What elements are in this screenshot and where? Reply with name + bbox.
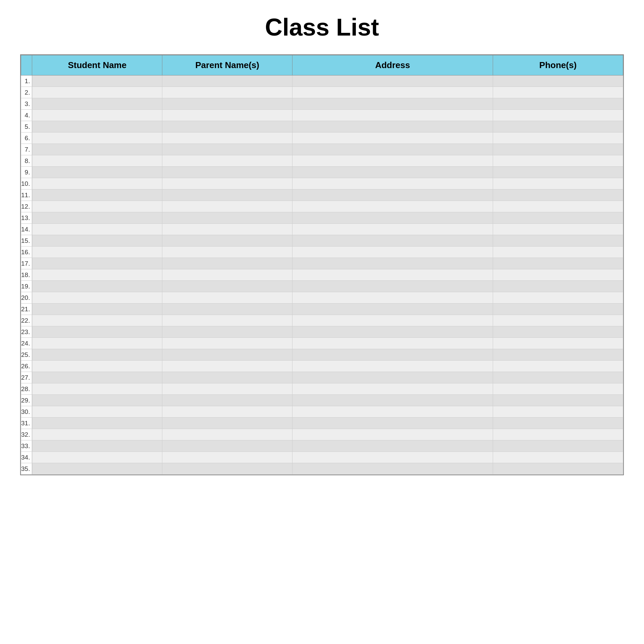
cell-student-name[interactable] [32, 178, 162, 190]
cell-phone[interactable] [493, 144, 623, 155]
cell-parent-name[interactable] [162, 212, 292, 224]
cell-parent-name[interactable] [162, 190, 292, 201]
cell-student-name[interactable] [32, 269, 162, 281]
cell-student-name[interactable] [32, 361, 162, 372]
cell-phone[interactable] [493, 406, 623, 418]
cell-student-name[interactable] [32, 304, 162, 315]
cell-student-name[interactable] [32, 121, 162, 132]
cell-phone[interactable] [493, 235, 623, 247]
cell-student-name[interactable] [32, 349, 162, 361]
cell-phone[interactable] [493, 418, 623, 429]
cell-student-name[interactable] [32, 132, 162, 144]
cell-address[interactable] [292, 372, 493, 383]
cell-student-name[interactable] [32, 315, 162, 326]
cell-phone[interactable] [493, 361, 623, 372]
cell-address[interactable] [292, 406, 493, 418]
cell-phone[interactable] [493, 110, 623, 121]
cell-parent-name[interactable] [162, 383, 292, 395]
cell-address[interactable] [292, 235, 493, 247]
cell-student-name[interactable] [32, 292, 162, 304]
cell-student-name[interactable] [32, 212, 162, 224]
cell-parent-name[interactable] [162, 98, 292, 110]
cell-parent-name[interactable] [162, 440, 292, 452]
cell-parent-name[interactable] [162, 144, 292, 155]
cell-address[interactable] [292, 121, 493, 132]
cell-student-name[interactable] [32, 144, 162, 155]
cell-phone[interactable] [493, 247, 623, 258]
cell-student-name[interactable] [32, 281, 162, 292]
cell-parent-name[interactable] [162, 463, 292, 475]
cell-address[interactable] [292, 304, 493, 315]
cell-phone[interactable] [493, 349, 623, 361]
cell-address[interactable] [292, 269, 493, 281]
cell-parent-name[interactable] [162, 201, 292, 212]
cell-phone[interactable] [493, 258, 623, 269]
cell-parent-name[interactable] [162, 372, 292, 383]
cell-student-name[interactable] [32, 87, 162, 98]
cell-parent-name[interactable] [162, 315, 292, 326]
cell-address[interactable] [292, 315, 493, 326]
cell-parent-name[interactable] [162, 349, 292, 361]
cell-phone[interactable] [493, 201, 623, 212]
cell-address[interactable] [292, 395, 493, 406]
cell-student-name[interactable] [32, 383, 162, 395]
cell-phone[interactable] [493, 190, 623, 201]
cell-phone[interactable] [493, 224, 623, 235]
cell-parent-name[interactable] [162, 269, 292, 281]
cell-phone[interactable] [493, 132, 623, 144]
cell-address[interactable] [292, 144, 493, 155]
cell-address[interactable] [292, 224, 493, 235]
cell-parent-name[interactable] [162, 247, 292, 258]
cell-parent-name[interactable] [162, 281, 292, 292]
cell-parent-name[interactable] [162, 338, 292, 349]
cell-phone[interactable] [493, 315, 623, 326]
cell-address[interactable] [292, 212, 493, 224]
cell-student-name[interactable] [32, 338, 162, 349]
cell-address[interactable] [292, 110, 493, 121]
cell-phone[interactable] [493, 452, 623, 463]
cell-address[interactable] [292, 463, 493, 475]
cell-student-name[interactable] [32, 326, 162, 338]
cell-phone[interactable] [493, 383, 623, 395]
cell-phone[interactable] [493, 326, 623, 338]
cell-address[interactable] [292, 132, 493, 144]
cell-parent-name[interactable] [162, 292, 292, 304]
cell-address[interactable] [292, 349, 493, 361]
cell-student-name[interactable] [32, 418, 162, 429]
cell-address[interactable] [292, 98, 493, 110]
cell-address[interactable] [292, 452, 493, 463]
cell-student-name[interactable] [32, 75, 162, 87]
cell-student-name[interactable] [32, 406, 162, 418]
cell-phone[interactable] [493, 155, 623, 167]
cell-student-name[interactable] [32, 463, 162, 475]
cell-parent-name[interactable] [162, 155, 292, 167]
cell-student-name[interactable] [32, 429, 162, 440]
cell-address[interactable] [292, 418, 493, 429]
cell-phone[interactable] [493, 98, 623, 110]
cell-parent-name[interactable] [162, 406, 292, 418]
cell-parent-name[interactable] [162, 418, 292, 429]
cell-address[interactable] [292, 155, 493, 167]
cell-parent-name[interactable] [162, 167, 292, 178]
cell-student-name[interactable] [32, 395, 162, 406]
cell-parent-name[interactable] [162, 87, 292, 98]
cell-phone[interactable] [493, 463, 623, 475]
cell-phone[interactable] [493, 372, 623, 383]
cell-parent-name[interactable] [162, 361, 292, 372]
cell-phone[interactable] [493, 440, 623, 452]
cell-parent-name[interactable] [162, 258, 292, 269]
cell-phone[interactable] [493, 121, 623, 132]
cell-parent-name[interactable] [162, 235, 292, 247]
cell-student-name[interactable] [32, 452, 162, 463]
cell-parent-name[interactable] [162, 132, 292, 144]
cell-address[interactable] [292, 338, 493, 349]
cell-parent-name[interactable] [162, 224, 292, 235]
cell-student-name[interactable] [32, 258, 162, 269]
cell-phone[interactable] [493, 429, 623, 440]
cell-address[interactable] [292, 383, 493, 395]
cell-address[interactable] [292, 440, 493, 452]
cell-address[interactable] [292, 258, 493, 269]
cell-student-name[interactable] [32, 98, 162, 110]
cell-address[interactable] [292, 178, 493, 190]
cell-phone[interactable] [493, 75, 623, 87]
